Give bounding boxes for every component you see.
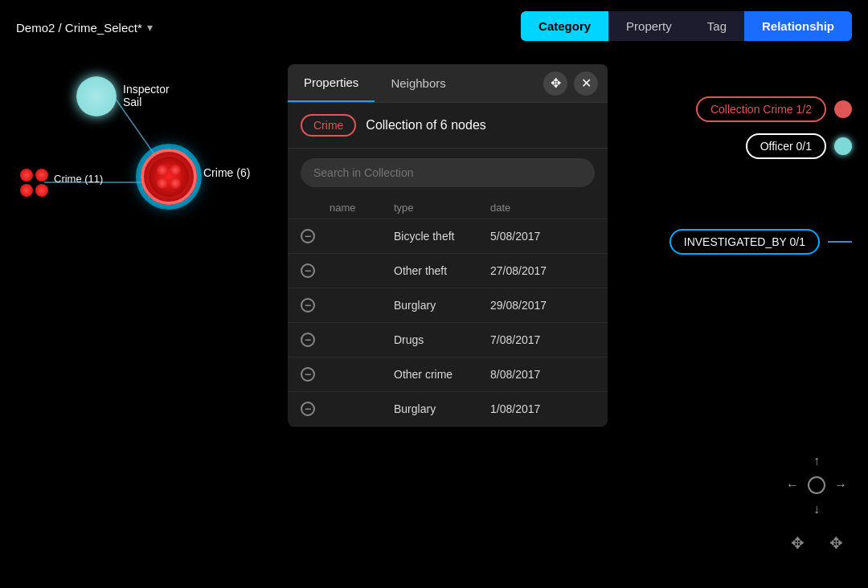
panel-header: Properties Neighbors ✥ ✕ <box>288 64 608 103</box>
nav-down-button[interactable]: ↓ <box>807 500 826 519</box>
nav-bottom-icons: ✥ ✥ <box>784 530 849 556</box>
table-row: − Other crime 8/08/2017 <box>288 357 608 392</box>
nav-center <box>808 476 825 494</box>
crime-dot <box>20 169 33 182</box>
breadcrumb-text: Demo2 / Crime_Select* <box>16 21 142 35</box>
tab-relationship[interactable]: Relationship <box>744 11 852 41</box>
close-icon[interactable]: ✕ <box>574 71 598 96</box>
tab-properties[interactable]: Properties <box>288 64 375 102</box>
node-inspector[interactable]: InspectorSail <box>76 76 117 116</box>
crime-dot <box>170 165 181 176</box>
zoom-icon[interactable]: ✥ <box>823 530 849 556</box>
cell-type: Other crime <box>394 368 490 381</box>
nav-controls: ↑ ← → ↓ ✥ ✥ <box>781 450 852 556</box>
top-bar: Demo2 / Crime_Select* ▾ Category Propert… <box>0 0 868 55</box>
right-panel: Collection Crime 1/2 Officer 0/1 <box>696 96 852 159</box>
table-row: − Burglary 29/08/2017 <box>288 288 608 323</box>
col-name: name <box>330 202 394 214</box>
cell-date: 27/08/2017 <box>490 264 587 277</box>
cell-type: Bicycle theft <box>394 230 490 243</box>
col-type: type <box>394 202 490 214</box>
crime-dot <box>157 165 168 176</box>
nav-left-button[interactable]: ← <box>783 476 802 495</box>
panel-header-icons: ✥ ✕ <box>543 71 608 96</box>
table-row: − Other theft 27/08/2017 <box>288 254 608 288</box>
tab-category[interactable]: Category <box>521 11 608 41</box>
legend-dot-red <box>834 100 852 118</box>
table-header: name type date <box>288 197 608 219</box>
cell-date: 1/08/2017 <box>490 402 587 415</box>
inspector-circle <box>76 76 117 116</box>
crime-dot <box>35 169 48 182</box>
tab-tag[interactable]: Tag <box>690 11 744 41</box>
crime6-label: Crime (6) <box>203 166 250 179</box>
relationship-line <box>828 241 852 243</box>
search-box <box>301 158 595 187</box>
tab-group: Category Property Tag Relationship <box>521 11 852 41</box>
collection-row: Crime Collection of 6 nodes <box>288 103 608 149</box>
chevron-down-icon: ▾ <box>147 21 153 34</box>
nav-up-button[interactable]: ↑ <box>807 451 826 471</box>
cell-type: Burglary <box>394 299 490 312</box>
cell-date: 5/08/2017 <box>490 230 587 243</box>
collection-label: Collection of 6 nodes <box>366 118 485 133</box>
crime-dot <box>170 178 181 189</box>
breadcrumb[interactable]: Demo2 / Crime_Select* ▾ <box>16 21 153 35</box>
remove-button[interactable]: − <box>301 263 315 278</box>
crime-badge[interactable]: Crime <box>301 114 356 137</box>
properties-panel: Properties Neighbors ✥ ✕ Crime Collectio… <box>288 64 608 427</box>
cell-date: 29/08/2017 <box>490 299 587 312</box>
crime11-label: Crime (11) <box>54 173 103 185</box>
tab-property[interactable]: Property <box>608 11 690 41</box>
crime11-cluster <box>20 169 48 197</box>
legend-dot-cyan <box>834 137 852 155</box>
crime-dot <box>35 184 48 197</box>
nav-right-button[interactable]: → <box>831 476 850 495</box>
crime-dot <box>20 184 33 197</box>
crime-dots <box>157 165 181 189</box>
cell-type: Other theft <box>394 264 490 277</box>
tab-neighbors[interactable]: Neighbors <box>375 65 461 101</box>
cell-date: 8/08/2017 <box>490 368 587 381</box>
drag-icon[interactable]: ✥ <box>543 71 567 96</box>
legend-collection-crime: Collection Crime 1/2 <box>696 96 852 122</box>
remove-button[interactable]: − <box>301 298 315 312</box>
cell-date: 7/08/2017 <box>490 333 587 346</box>
col-date: date <box>490 202 587 214</box>
relationship-button[interactable]: INVESTIGATED_BY 0/1 <box>669 229 820 255</box>
remove-button[interactable]: − <box>301 229 315 243</box>
cell-type: Drugs <box>394 333 490 346</box>
officer-button[interactable]: Officer 0/1 <box>746 133 826 159</box>
remove-button[interactable]: − <box>301 402 315 416</box>
table-body: − Bicycle theft 5/08/2017 − Other theft … <box>288 219 608 427</box>
search-input[interactable] <box>313 166 582 179</box>
remove-button[interactable]: − <box>301 367 315 382</box>
table-row: − Burglary 1/08/2017 <box>288 392 608 427</box>
table-row: − Drugs 7/08/2017 <box>288 323 608 357</box>
relationship-row: INVESTIGATED_BY 0/1 <box>669 229 852 255</box>
crime6-inner <box>149 157 189 197</box>
move-icon[interactable]: ✥ <box>784 530 810 556</box>
table-row: − Bicycle theft 5/08/2017 <box>288 219 608 254</box>
node-crime11[interactable]: Crime (11) <box>20 169 48 197</box>
node-crime6[interactable]: Crime (6) <box>141 149 197 205</box>
inspector-label: InspectorSail <box>123 83 170 108</box>
remove-button[interactable]: − <box>301 333 315 347</box>
col-empty <box>301 202 330 214</box>
collection-crime-button[interactable]: Collection Crime 1/2 <box>696 96 826 122</box>
legend-officer: Officer 0/1 <box>696 133 852 159</box>
crime-dot <box>157 178 168 189</box>
cell-type: Burglary <box>394 402 490 415</box>
nav-cross: ↑ ← → ↓ <box>781 450 852 521</box>
crime6-icon <box>141 149 197 205</box>
